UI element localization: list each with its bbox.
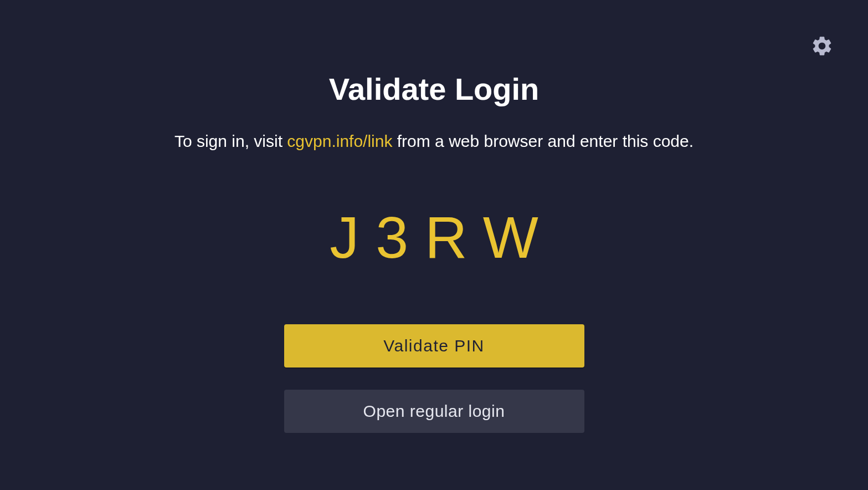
login-code: J3RW (313, 204, 555, 271)
instruction-text: To sign in, visit cgvpn.info/link from a… (174, 130, 694, 153)
button-group: Validate PIN Open regular login (284, 324, 584, 433)
signin-link[interactable]: cgvpn.info/link (287, 132, 392, 150)
main-container: Validate Login To sign in, visit cgvpn.i… (0, 0, 868, 490)
instruction-suffix: from a web browser and enter this code. (392, 132, 694, 150)
open-regular-login-button[interactable]: Open regular login (284, 390, 584, 433)
page-title: Validate Login (329, 71, 540, 107)
settings-icon[interactable] (810, 34, 834, 58)
validate-pin-button[interactable]: Validate PIN (284, 324, 584, 368)
instruction-prefix: To sign in, visit (174, 132, 287, 150)
